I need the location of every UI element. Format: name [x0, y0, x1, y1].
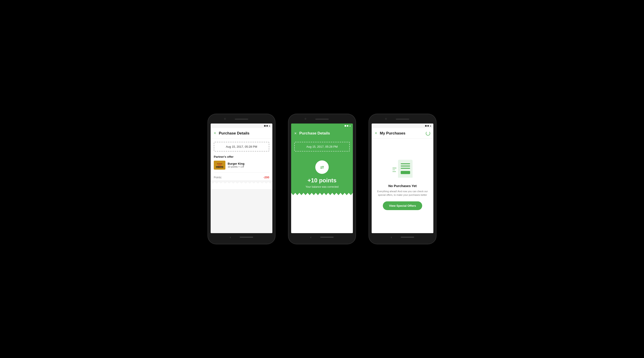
phone-1-header-title: Purchase Details [219, 131, 269, 136]
close-button-3[interactable]: × [375, 131, 377, 136]
home-bar-3[interactable] [401, 237, 414, 238]
points-value: -200 [264, 176, 269, 179]
battery-icon-3 [425, 125, 427, 127]
receipt-line-3 [401, 168, 410, 169]
status-icons-2: ▲ [344, 125, 351, 127]
white-area-2 [291, 193, 353, 233]
phone-3: ▲ × My Purchases [369, 114, 436, 244]
phone-3-app-header: × My Purchases [372, 128, 433, 139]
back-button-1[interactable]: ‹ [230, 235, 231, 239]
date-box-2: Aug 15, 2017, 05:28 PM [294, 142, 350, 151]
phone-1-app-header: × Purchase Details [211, 128, 272, 139]
battery-icon [264, 125, 266, 127]
wifi-icon-3: ▲ [430, 125, 432, 127]
points-label: Points: [214, 176, 222, 179]
svg-text:KING: KING [218, 164, 222, 166]
zigzag-receipt [211, 180, 272, 183]
signal-icon-2 [347, 125, 348, 127]
phone-2-speaker [315, 119, 329, 120]
back-button-2[interactable]: ‹ [310, 235, 312, 239]
back-button-3[interactable]: ‹ [391, 235, 392, 239]
speed-lines [392, 168, 396, 172]
divider-1 [214, 172, 269, 173]
phone-2-app-header: × Purchase Details [291, 128, 353, 139]
receipt-gray-area [211, 189, 272, 233]
receipt-line-1 [401, 163, 410, 164]
receipt-line-2 [401, 166, 410, 166]
phone-3-bottom-bar: ‹ [372, 233, 433, 241]
balance-corrected: Your balance was corrected [306, 185, 338, 188]
status-icons-1: ▲ [264, 125, 270, 127]
partner-points-rate: 10 points = 1 ₽ [228, 165, 244, 168]
phone-3-body: No Purchases Yet Everything ahead! And n… [372, 139, 433, 233]
status-bar-1: ▲ [211, 124, 272, 128]
phone-1-camera [224, 118, 226, 120]
phone-1: ▲ × Purchase Details Aug 15, 2017, 05:28… [208, 114, 275, 244]
status-bar-2: ▲ [291, 124, 353, 128]
phone-1-body: Aug 15, 2017, 05:28 PM Partner's offer B… [211, 139, 272, 189]
receipt-card [398, 160, 412, 178]
home-bar-2[interactable] [320, 237, 334, 238]
speed-line-3 [392, 171, 396, 172]
speed-line-1 [392, 168, 396, 168]
phone-2-body: Aug 15, 2017, 05:28 PM ⇄ +10 points Your… [291, 139, 353, 233]
close-button-2[interactable]: × [294, 131, 297, 136]
burger-king-logo: BURGER KING ВКУС ПРАВИТ [214, 161, 226, 170]
close-button-1[interactable]: × [214, 131, 216, 136]
status-icons-3: ▲ [425, 125, 432, 127]
phone-1-speaker [235, 119, 248, 120]
phone-3-screen: ▲ × My Purchases [372, 124, 433, 233]
wifi-icon-2: ▲ [349, 125, 351, 127]
speed-line-2 [392, 169, 395, 170]
phone-1-top-bar [211, 117, 272, 123]
phone-1-screen: ▲ × Purchase Details Aug 15, 2017, 05:28… [211, 124, 272, 233]
white-bottom [291, 197, 353, 233]
partner-offer-label: Partner's offer [214, 155, 269, 158]
phone-2-header-title: Purchase Details [300, 131, 350, 136]
signal-icon [266, 125, 268, 127]
phone-2-bottom-bar: ‹ [291, 233, 353, 241]
phone-2-top-bar [291, 117, 353, 123]
no-purchases-title: No Purchases Yet [388, 184, 416, 188]
status-bar-3: ▲ [372, 124, 433, 128]
no-purchases-desc: Everything ahead! And now you can check … [376, 190, 429, 197]
home-bar-1[interactable] [240, 237, 253, 238]
bk-logo-top: BURGER KING ВКУС ПРАВИТ [214, 161, 226, 170]
points-row: Points: -200 [214, 174, 269, 180]
phone-2-screen: ▲ × Purchase Details Aug 15, 2017, 05:28… [291, 124, 353, 233]
phone-3-top-bar [372, 117, 433, 123]
phones-container: ▲ × Purchase Details Aug 15, 2017, 05:28… [208, 114, 436, 244]
partner-item: BURGER KING ВКУС ПРАВИТ Burger King 10 p… [214, 161, 269, 170]
phone-3-camera [385, 118, 387, 120]
battery-icon-2 [344, 125, 346, 127]
transfer-arrows-icon: ⇄ [320, 164, 324, 170]
phone-2: ▲ × Purchase Details Aug 15, 2017, 05:28… [288, 114, 356, 244]
svg-text:ВКУС ПРАВИТ: ВКУС ПРАВИТ [216, 166, 223, 168]
points-added: +10 points [308, 177, 336, 184]
view-special-offers-button[interactable]: View Special Offers [383, 201, 422, 210]
partner-info: Burger King 10 points = 1 ₽ [228, 162, 244, 168]
receipt-bottom-bar [401, 171, 410, 174]
signal-icon-3 [427, 125, 429, 127]
partner-name: Burger King [228, 162, 244, 165]
receipt-illustration [392, 160, 412, 180]
wifi-icon: ▲ [268, 125, 270, 127]
refresh-icon[interactable] [426, 131, 430, 136]
phone-3-speaker [396, 119, 409, 120]
zigzag-svg [291, 193, 353, 197]
phone-3-header-title: My Purchases [380, 131, 423, 136]
phone-1-bottom-bar: ‹ [211, 233, 272, 241]
phone-2-camera [304, 118, 306, 120]
date-box-1: Aug 15, 2017, 05:28 PM [214, 142, 269, 151]
transfer-icon: ⇄ [315, 160, 329, 174]
